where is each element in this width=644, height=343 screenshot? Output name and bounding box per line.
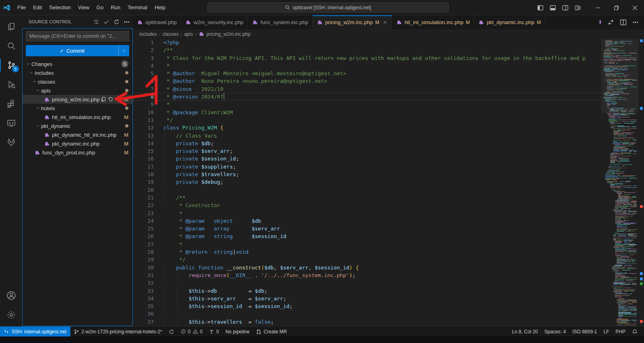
tab-pkt_dynamic.inc.php[interactable]: pkt_dynamic.inc.phpM	[474, 15, 545, 29]
close-button[interactable]	[625, 0, 644, 15]
status-remote[interactable]: SSH: internal.optigest.net	[0, 327, 70, 337]
status-indentation[interactable]: Spaces: 4	[541, 327, 569, 337]
code-line-26[interactable]: 26 * @param string $session_id	[133, 232, 601, 240]
view-as-tree-icon[interactable]	[93, 19, 99, 25]
status-cursor-position[interactable]: Ln 8, Col 20	[509, 327, 541, 337]
discard-changes-icon[interactable]	[108, 97, 114, 102]
minimap[interactable]	[601, 39, 638, 326]
menu-go[interactable]: Go	[93, 3, 107, 12]
minimize-button[interactable]	[588, 0, 607, 15]
menu-terminal[interactable]: Terminal	[124, 3, 151, 12]
menu-run[interactable]: Run	[107, 3, 124, 12]
activity-remote-explorer-icon[interactable]	[0, 113, 22, 133]
tree-file-pkt_dynamic_htl_int.inc.php[interactable]: pkt_dynamic_htl_int.inc.phpM	[23, 130, 132, 139]
code-line-28[interactable]: 28 * @return string|void	[133, 248, 601, 256]
breadcrumb-folder[interactable]: apis	[184, 31, 193, 37]
activity-run-debug-icon[interactable]	[0, 75, 22, 94]
commit-check-icon[interactable]	[103, 19, 109, 25]
code-line-23[interactable]: 23 *	[133, 209, 601, 217]
code-line-34[interactable]: 34 $this->serv_arr = $serv_arr;	[133, 295, 601, 302]
code-line-29[interactable]: 29 */	[133, 256, 601, 263]
code-line-18[interactable]: 18 private $travellers;	[133, 170, 601, 178]
purple-marker-icon[interactable]	[599, 19, 602, 25]
code-line-13[interactable]: 13 // Class Vars	[133, 132, 601, 140]
commit-button[interactable]: ✓ Commit	[26, 45, 118, 56]
tree-pkt_dynamic[interactable]: pkt_dynamic	[23, 121, 132, 130]
tree-hotels[interactable]: hotels	[23, 104, 132, 113]
commit-dropdown-button[interactable]	[118, 45, 129, 56]
code-line-12[interactable]: 12class Pricing_W2M {	[133, 124, 601, 131]
code-line-4[interactable]: 4 *	[133, 62, 601, 70]
tab-optitravel.php[interactable]: optitravel.php	[133, 15, 181, 29]
code-line-22[interactable]: 22 * Constructor	[133, 201, 601, 209]
tab-func_system.inc.php[interactable]: func_system.inc.php	[248, 15, 313, 29]
tree-file-htl_int_simulation.inc.php[interactable]: htl_int_simulation.inc.phpM	[23, 113, 132, 121]
code-line-11[interactable]: 11 */	[133, 116, 601, 124]
code-line-20[interactable]: 20	[133, 186, 601, 194]
menu-selection[interactable]: Selection	[45, 3, 74, 12]
maximize-button[interactable]	[607, 0, 625, 15]
tab-htl_int_simulation.inc.php[interactable]: htl_int_simulation.inc.phpM	[392, 15, 474, 29]
code-line-33[interactable]: 33 $this->db = $db;	[133, 287, 601, 295]
code-line-17[interactable]: 17 private $suppliers;	[133, 163, 601, 170]
code-line-1[interactable]: 1<?php	[133, 39, 601, 46]
code-line-16[interactable]: 16 private $session_id;	[133, 155, 601, 162]
breadcrumb-folder[interactable]: includes	[139, 31, 157, 37]
code-line-32[interactable]: 32	[133, 279, 601, 287]
activity-explorer-icon[interactable]	[0, 17, 22, 36]
code-line-8[interactable]: 8 * @version 2024/07	[133, 93, 601, 101]
code-line-35[interactable]: 35 $this->session_id = $session_id;	[133, 302, 601, 310]
split-editor-icon[interactable]	[620, 19, 627, 26]
code-line-19[interactable]: 19 private $debug;	[133, 178, 601, 186]
tab-w2m_security.inc.php[interactable]: w2m_security.inc.php	[181, 15, 248, 29]
code-line-15[interactable]: 15 private $serv_arr;	[133, 147, 601, 155]
status-pipeline[interactable]: No pipeline	[222, 327, 253, 337]
search-command-center[interactable]: optitravel [SSH: internal.optigest.net]	[207, 2, 449, 12]
code-line-9[interactable]: 9 *	[133, 101, 601, 108]
open-file-icon[interactable]	[101, 97, 106, 102]
status-create-mr[interactable]: Create MR	[253, 327, 290, 337]
status-problems[interactable]: 00	[178, 327, 206, 337]
status-language-mode[interactable]: PHP	[612, 327, 629, 337]
toggle-secondary-sidebar-icon[interactable]	[562, 5, 568, 11]
customize-layout-icon[interactable]	[575, 5, 581, 11]
status-branch[interactable]: 2-w2m-1720-pricing-internal-hotels-2*	[70, 327, 165, 337]
tree-classes[interactable]: classes	[23, 77, 132, 86]
menu-view[interactable]: View	[74, 3, 93, 12]
status-notifications[interactable]	[629, 327, 641, 337]
code-line-7[interactable]: 7 * @since 2022/10	[133, 85, 601, 93]
activity-source-control-icon[interactable]: 5	[0, 55, 22, 75]
tree-includes[interactable]: includes	[23, 68, 132, 77]
activity-settings-gear-icon[interactable]	[0, 305, 22, 325]
toggle-panel-icon[interactable]	[550, 5, 556, 11]
tab-close-icon[interactable]	[382, 20, 388, 25]
tree-file-pricing_w2m.inc.php[interactable]: pricing_w2m.inc.phpM	[23, 95, 132, 104]
code-line-21[interactable]: 21 /**	[133, 194, 601, 201]
activity-extensions-icon[interactable]	[0, 94, 22, 113]
status-eol[interactable]: LF	[600, 327, 612, 337]
activity-account-icon[interactable]	[0, 286, 22, 305]
tree-file-func_dyn_prod.inc.php[interactable]: func_dyn_prod.inc.phpM	[23, 148, 132, 157]
open-changes-icon[interactable]	[607, 19, 614, 26]
activity-gitlab-icon[interactable]	[0, 133, 22, 152]
breadcrumb-file[interactable]: pricing_w2m.inc.php	[206, 31, 250, 37]
code-editor[interactable]: 1<?php2/**3 * Class for the W2M Pricing …	[133, 39, 601, 326]
menu-file[interactable]: File	[14, 3, 29, 12]
stage-changes-icon[interactable]	[115, 97, 121, 102]
code-line-10[interactable]: 10 * @package Client\W2M	[133, 109, 601, 116]
code-line-30[interactable]: 30 public function __construct($db, $ser…	[133, 264, 601, 271]
tab-pricing_w2m.inc.php[interactable]: pricing_w2m.inc.phpM	[313, 15, 392, 29]
breadcrumb[interactable]: includes›classes›apis›pricing_w2m.inc.ph…	[133, 29, 644, 39]
code-line-31[interactable]: 31 require_once(__DIR__ . '/../../func_s…	[133, 271, 601, 279]
status-tower[interactable]: 0	[206, 327, 222, 337]
code-line-36[interactable]: 36	[133, 310, 601, 318]
code-line-5[interactable]: 5 * @author Miguel Monteiro <miguel.mont…	[133, 70, 601, 77]
code-line-3[interactable]: 3 * Class for the W2M Pricing API. This …	[133, 54, 601, 62]
code-line-24[interactable]: 24 * @param object $db	[133, 217, 601, 225]
tree-apis[interactable]: apis	[23, 86, 132, 95]
breadcrumb-folder[interactable]: classes	[163, 31, 179, 37]
refresh-icon[interactable]	[114, 19, 120, 25]
code-line-25[interactable]: 25 * @param array $serv_arr	[133, 225, 601, 232]
more-actions-icon[interactable]	[632, 19, 638, 25]
activity-search-icon[interactable]	[0, 36, 22, 55]
